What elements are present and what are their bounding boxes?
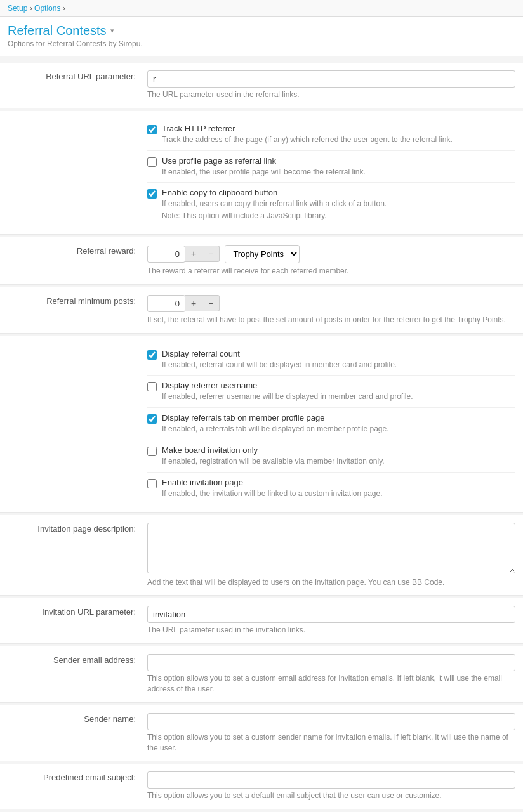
enable-invitation-page-row: Enable invitation page If enabled, the i… (147, 473, 515, 504)
page-header: Referral Contests ▾ Options for Referral… (0, 17, 523, 56)
make-board-invitation-checkbox[interactable] (147, 447, 157, 456)
breadcrumb-setup[interactable]: Setup (8, 4, 27, 13)
display-referrals-tab-row: Display referrals tab on member profile … (147, 408, 515, 440)
display-referrer-username-help: If enabled, referrer username will be di… (162, 391, 413, 402)
reward-type-select[interactable]: Trophy Points Credits Other (225, 245, 300, 263)
title-dropdown-icon[interactable]: ▾ (110, 27, 114, 35)
invitation-url-param-row: Invitation URL parameter: The URL parame… (0, 598, 523, 644)
invitation-description-help: Add the text that will be displayed to u… (147, 577, 515, 588)
make-board-invitation-help: If enabled, registration will be availab… (162, 456, 385, 467)
sender-name-content: This option allows you to set a custom s… (147, 710, 515, 756)
checkboxes-section-1: Track HTTP referrer Track the address of… (0, 111, 523, 235)
use-profile-page-row: Use profile page as referral link If ena… (147, 151, 515, 183)
track-http-referrer-help: Track the address of the page (if any) w… (162, 134, 453, 145)
referral-min-posts-plus-button[interactable]: + (185, 295, 202, 311)
display-referrer-username-checkbox[interactable] (147, 382, 157, 391)
referral-reward-label: Referral reward: (8, 242, 147, 279)
referral-reward-input[interactable] (147, 246, 185, 263)
display-referral-count-label[interactable]: Display referral count (162, 349, 240, 358)
predefined-email-subject-content: This option allows you to set a default … (147, 769, 515, 804)
page-subtitle: Options for Referral Contests by Siropu. (8, 39, 515, 53)
invitation-description-content: Add the text that will be displayed to u… (147, 520, 515, 591)
display-referral-count-checkbox[interactable] (147, 350, 157, 360)
referral-min-posts-label: Referral minimum posts: (8, 292, 147, 328)
display-referrals-tab-checkbox[interactable] (147, 414, 157, 424)
display-referral-count-row: Display referral count If enabled, refer… (147, 344, 515, 376)
referral-reward-help: The reward a referrer will receive for e… (147, 266, 515, 277)
referral-url-param-row: Referral URL parameter: The URL paramete… (0, 63, 523, 108)
enable-copy-clipboard-label[interactable]: Enable copy to clipboard button (162, 188, 277, 197)
invitation-url-param-content: The URL parameter used in the invitation… (147, 603, 515, 638)
content-area: Referral URL parameter: The URL paramete… (0, 56, 523, 812)
predefined-email-subject-label: Predefined email subject: (8, 769, 147, 804)
sender-email-input[interactable] (147, 654, 515, 671)
sender-name-row: Sender name: This option allows you to s… (0, 705, 523, 762)
enable-copy-clipboard-help-2: Note: This option will include a JavaScr… (162, 211, 387, 221)
sender-email-row: Sender email address: This option allows… (0, 646, 523, 703)
use-profile-page-help: If enabled, the user profile page will b… (162, 167, 366, 178)
referral-min-posts-input[interactable] (147, 295, 185, 312)
referral-url-param-help: The URL parameter used in the referral l… (147, 89, 515, 100)
referral-reward-number-row: + − Trophy Points Credits Other (147, 245, 515, 263)
referral-url-param-input[interactable] (147, 70, 515, 88)
make-board-invitation-label[interactable]: Make board invitation only (162, 445, 258, 455)
display-referrals-tab-label[interactable]: Display referrals tab on member profile … (162, 413, 325, 422)
sender-email-content: This option allows you to set a custom e… (147, 652, 515, 697)
enable-copy-clipboard-checkbox[interactable] (147, 189, 157, 199)
sender-email-label: Sender email address: (8, 652, 147, 697)
referral-min-posts-row: Referral minimum posts: + − If set, the … (0, 287, 523, 334)
sender-email-help: This option allows you to set a custom e… (147, 673, 515, 695)
enable-copy-clipboard-row: Enable copy to clipboard button If enabl… (147, 183, 515, 226)
predefined-email-subject-input[interactable] (147, 771, 515, 789)
referral-reward-content: + − Trophy Points Credits Other The rewa… (147, 242, 515, 279)
sender-name-label: Sender name: (8, 710, 147, 756)
referral-reward-minus-button[interactable]: − (202, 246, 220, 262)
sender-name-help: This option allows you to set a custom s… (147, 732, 515, 754)
breadcrumb: Setup › Options › (0, 0, 523, 17)
page-title: Referral Contests ▾ (8, 23, 515, 38)
invitation-url-param-label: Invitation URL parameter: (8, 603, 147, 638)
display-referrals-tab-help: If enabled, a referrals tab will be disp… (162, 424, 389, 435)
use-profile-page-checkbox[interactable] (147, 157, 157, 167)
make-board-invitation-row: Make board invitation only If enabled, r… (147, 440, 515, 473)
sender-name-input[interactable] (147, 713, 515, 730)
referral-url-param-label: Referral URL parameter: (8, 68, 147, 103)
referral-min-posts-number-row: + − (147, 295, 515, 312)
display-referrer-username-row: Display referrer username If enabled, re… (147, 376, 515, 408)
enable-invitation-page-checkbox[interactable] (147, 479, 157, 488)
enable-copy-clipboard-help-1: If enabled, users can copy their referra… (162, 199, 387, 209)
invitation-description-row: Invitation page description: Add the tex… (0, 515, 523, 596)
predefined-email-subject-help: This option allows you to set a default … (147, 790, 515, 801)
referral-min-posts-minus-button[interactable]: − (202, 295, 220, 311)
referral-min-posts-content: + − If set, the referral will have to po… (147, 292, 515, 328)
predefined-email-subject-row: Predefined email subject: This option al… (0, 764, 523, 809)
invitation-url-param-help: The URL parameter used in the invitation… (147, 625, 515, 636)
referral-reward-plus-button[interactable]: + (185, 246, 202, 262)
invitation-url-param-input[interactable] (147, 606, 515, 623)
display-referrer-username-label[interactable]: Display referrer username (162, 381, 257, 390)
display-referral-count-help: If enabled, referral count will be displ… (162, 360, 397, 370)
breadcrumb-options[interactable]: Options (34, 4, 60, 13)
referral-min-posts-help: If set, the referral will have to post t… (147, 315, 515, 325)
referral-reward-row: Referral reward: + − Trophy Points Credi… (0, 237, 523, 285)
invitation-description-label: Invitation page description: (8, 520, 147, 591)
track-http-referrer-label[interactable]: Track HTTP referrer (162, 124, 235, 133)
invitation-description-textarea[interactable] (147, 523, 515, 573)
referral-url-param-content: The URL parameter used in the referral l… (147, 68, 515, 103)
use-profile-page-label[interactable]: Use profile page as referral link (162, 156, 276, 166)
enable-invitation-page-label[interactable]: Enable invitation page (162, 478, 243, 487)
track-http-referrer-checkbox[interactable] (147, 125, 157, 134)
track-http-referrer-row: Track HTTP referrer Track the address of… (147, 119, 515, 151)
checkboxes-section-2: Display referral count If enabled, refer… (0, 336, 523, 513)
enable-invitation-page-help: If enabled, the invitation will be linke… (162, 488, 383, 499)
